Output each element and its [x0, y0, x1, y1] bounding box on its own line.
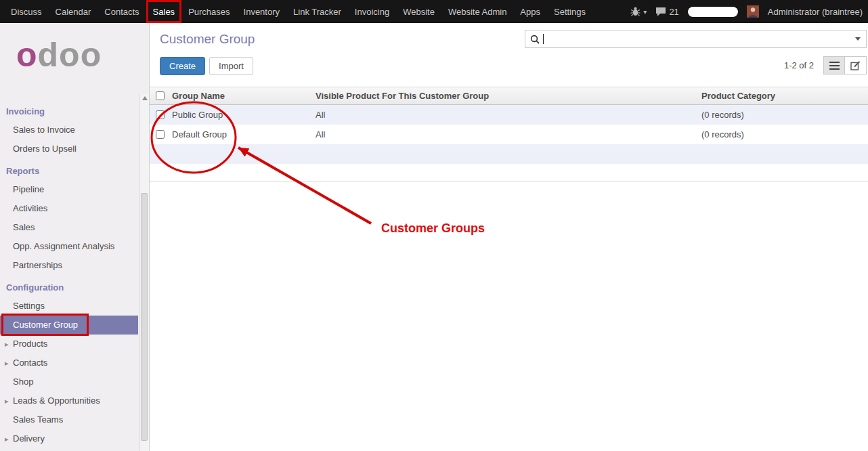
topbar-menu-settings[interactable]: Settings [547, 0, 592, 23]
odoo-app-window: Discuss Calendar Contacts Sales Purchase… [0, 0, 868, 451]
sidebar-item-label: Pipeline [13, 184, 44, 194]
sidebar-item-label: Contacts [13, 358, 47, 368]
sidebar-item-customer-group[interactable]: Customer Group [0, 316, 138, 335]
sidebar-item-shop[interactable]: Shop [0, 372, 138, 391]
cell-group-name: Default Group [170, 129, 316, 139]
sidebar: odoo Invoicing Sales to Invoice Orders t… [0, 23, 150, 451]
sidebar-item-label: Settings [13, 301, 45, 311]
topbar: Discuss Calendar Contacts Sales Purchase… [0, 0, 868, 23]
column-header-group-name[interactable]: Group Name [170, 91, 316, 101]
chevron-down-icon: ▾ [643, 8, 647, 16]
sidebar-section-title: Invoicing [0, 103, 149, 121]
sidebar-section-title: Reports [0, 163, 149, 180]
expand-arrow-icon: ▸ [5, 391, 9, 410]
status-pill [688, 7, 738, 17]
expand-arrow-icon: ▸ [5, 335, 9, 353]
expand-arrow-icon: ▸ [5, 353, 9, 372]
expand-arrow-icon: ▸ [5, 429, 9, 448]
main-content: Customer Group Create Import 1-2 of 2 [150, 23, 868, 451]
sidebar-section-reports: Reports Pipeline Activities Sales Opp. A… [0, 163, 149, 275]
sidebar-item-label: Sales [13, 222, 35, 232]
sidebar-item-activities[interactable]: Activities [0, 199, 138, 218]
debug-menu[interactable]: ▾ [630, 7, 647, 16]
sidebar-item-orders-to-upsell[interactable]: Orders to Upsell [0, 139, 138, 158]
select-all-checkbox[interactable] [156, 91, 165, 100]
table-header-row: Group Name Visible Product For This Cust… [150, 87, 868, 105]
cell-product-category: (0 records) [701, 110, 868, 120]
topbar-right: ▾ 21 Administrator (braintree) [630, 5, 868, 18]
sidebar-item-delivery[interactable]: ▸Delivery [0, 429, 138, 448]
sidebar-section-configuration: Configuration Settings Customer Group ▸P… [0, 279, 149, 448]
topbar-menus: Discuss Calendar Contacts Sales Purchase… [0, 0, 592, 23]
row-checkbox[interactable] [156, 110, 165, 119]
sidebar-section-invoicing: Invoicing Sales to Invoice Orders to Ups… [0, 103, 149, 158]
sidebar-item-label: Leads & Opportunities [13, 395, 100, 406]
sidebar-nav: Invoicing Sales to Invoice Orders to Ups… [0, 103, 149, 448]
list-view-button[interactable] [823, 56, 845, 74]
topbar-menu-calendar[interactable]: Calendar [49, 0, 98, 23]
logo-letters: doo [38, 36, 102, 74]
user-avatar[interactable] [747, 5, 759, 18]
sidebar-item-opp-assignment-analysis[interactable]: Opp. Assignment Analysis [0, 237, 138, 256]
logo-letter: o [16, 36, 38, 74]
topbar-menu-website-admin[interactable]: Website Admin [441, 0, 513, 23]
sidebar-item-pipeline[interactable]: Pipeline [0, 180, 138, 199]
topbar-menu-website[interactable]: Website [396, 0, 441, 23]
sidebar-item-label: Shop [13, 377, 33, 387]
cell-group-name: Public Group [170, 110, 316, 120]
topbar-menu-sales[interactable]: Sales [146, 0, 182, 23]
table-row[interactable]: Public Group All (0 records) [150, 105, 868, 125]
search-dropdown-caret-icon[interactable] [855, 37, 861, 41]
customer-group-table: Group Name Visible Product For This Cust… [150, 87, 868, 181]
chat-icon [655, 7, 666, 17]
topbar-menu-inventory[interactable]: Inventory [237, 0, 286, 23]
topbar-menu-purchases[interactable]: Purchases [181, 0, 236, 23]
sidebar-item-label: Opp. Assignment Analysis [13, 241, 114, 251]
sidebar-item-contacts[interactable]: ▸Contacts [0, 353, 138, 372]
row-checkbox[interactable] [156, 130, 165, 139]
table-row-empty [150, 164, 868, 181]
sidebar-item-label: Delivery [13, 433, 45, 444]
list-view-icon [829, 62, 840, 70]
sidebar-item-label: Products [13, 339, 47, 349]
sidebar-item-products[interactable]: ▸Products [0, 335, 138, 353]
sidebar-section-title: Configuration [0, 279, 149, 297]
action-buttons: Create Import [160, 57, 253, 75]
scrollbar-thumb[interactable] [141, 193, 148, 441]
form-view-button[interactable] [845, 56, 867, 74]
sidebar-item-label: Customer Group [13, 320, 78, 330]
form-view-icon [850, 61, 861, 70]
search-bar [525, 30, 867, 48]
topbar-menu-invoicing[interactable]: Invoicing [348, 0, 396, 23]
messages-indicator[interactable]: 21 [655, 7, 678, 17]
sidebar-item-partnerships[interactable]: Partnerships [0, 256, 138, 275]
control-panel: Customer Group Create Import 1-2 of 2 [150, 23, 868, 87]
topbar-menu-apps[interactable]: Apps [513, 0, 547, 23]
message-count: 21 [669, 7, 678, 17]
sidebar-item-sales-teams[interactable]: Sales Teams [0, 410, 138, 429]
cell-product-category: (0 records) [701, 129, 868, 139]
sidebar-item-sales[interactable]: Sales [0, 218, 138, 237]
bug-icon [630, 7, 641, 16]
sidebar-item-label: Activities [13, 203, 47, 213]
column-header-product-category[interactable]: Product Category [701, 91, 868, 101]
table-row-empty [150, 144, 868, 164]
column-header-visible-product[interactable]: Visible Product For This Customer Group [316, 91, 701, 101]
topbar-menu-contacts[interactable]: Contacts [97, 0, 146, 23]
sidebar-scrollbar[interactable] [139, 94, 149, 451]
sidebar-item-sales-to-invoice[interactable]: Sales to Invoice [0, 121, 138, 139]
sidebar-item-label: Sales to Invoice [13, 125, 75, 135]
topbar-menu-discuss[interactable]: Discuss [4, 0, 49, 23]
sidebar-item-leads-opportunities[interactable]: ▸Leads & Opportunities [0, 391, 138, 410]
table-row[interactable]: Default Group All (0 records) [150, 125, 868, 144]
pager-area: 1-2 of 2 [784, 56, 867, 74]
topbar-menu-link-tracker[interactable]: Link Tracker [286, 0, 348, 23]
sidebar-item-label: Orders to Upsell [13, 144, 77, 154]
user-menu[interactable]: Administrator (braintree) [768, 7, 863, 17]
scroll-up-arrow-icon[interactable] [142, 96, 148, 100]
create-button[interactable]: Create [160, 57, 205, 75]
import-button[interactable]: Import [209, 57, 253, 75]
search-input[interactable] [544, 30, 855, 47]
odoo-logo: odoo [0, 23, 149, 99]
sidebar-item-settings[interactable]: Settings [0, 297, 138, 316]
